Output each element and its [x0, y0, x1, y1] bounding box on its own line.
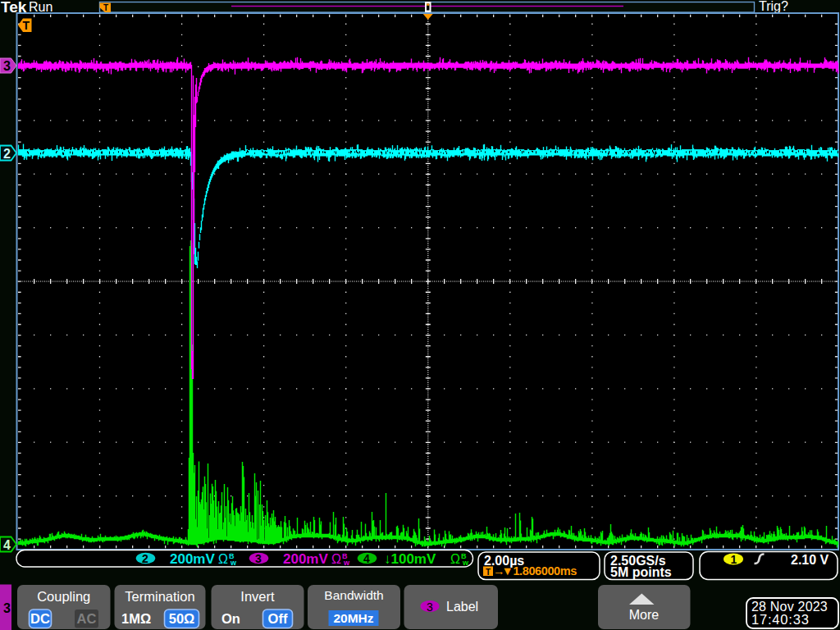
svg-text:Ω: Ω	[218, 552, 228, 566]
svg-text:Run: Run	[29, 0, 52, 14]
svg-text:DC: DC	[30, 611, 50, 626]
svg-text:T: T	[486, 568, 491, 577]
svg-text:On: On	[221, 611, 240, 626]
svg-text:Ω: Ω	[450, 552, 460, 566]
svg-text:More: More	[629, 608, 660, 622]
svg-text:Trig?: Trig?	[759, 0, 788, 13]
svg-text:3: 3	[427, 600, 433, 614]
svg-text:3: 3	[3, 601, 11, 615]
svg-text:20MHz: 20MHz	[333, 611, 373, 625]
svg-text:w: w	[230, 559, 237, 567]
svg-text:Bandwidth: Bandwidth	[324, 588, 383, 602]
svg-text:2: 2	[142, 552, 148, 565]
svg-text:2: 2	[3, 147, 11, 161]
svg-text:Off: Off	[268, 611, 288, 626]
svg-text:1: 1	[731, 553, 737, 566]
svg-text:17:40:33: 17:40:33	[751, 612, 810, 627]
svg-text:Coupling: Coupling	[37, 589, 90, 604]
svg-text:AC: AC	[77, 611, 97, 626]
svg-text:Invert: Invert	[240, 589, 275, 604]
svg-text:2.10 V: 2.10 V	[791, 553, 829, 567]
svg-text:T: T	[23, 19, 30, 32]
svg-text:↓100mV: ↓100mV	[384, 551, 436, 567]
svg-text:4: 4	[3, 538, 11, 552]
svg-text:4: 4	[363, 552, 370, 565]
svg-text:200mV: 200mV	[283, 551, 328, 567]
svg-text:w: w	[343, 559, 350, 567]
svg-text:28 Nov 2023: 28 Nov 2023	[751, 600, 828, 614]
svg-text:Ω: Ω	[331, 552, 341, 566]
svg-text:5M points: 5M points	[610, 565, 672, 579]
svg-text:T: T	[103, 3, 108, 12]
svg-text:w: w	[462, 559, 469, 567]
svg-text:Termination: Termination	[125, 589, 194, 604]
svg-text:200mV: 200mV	[170, 551, 215, 567]
svg-text:3: 3	[255, 552, 262, 565]
svg-text:1MΩ: 1MΩ	[121, 611, 151, 626]
svg-text:▼1.806000ms: ▼1.806000ms	[502, 564, 578, 578]
svg-text:50Ω: 50Ω	[169, 611, 195, 626]
svg-text:Label: Label	[446, 600, 478, 614]
svg-text:3: 3	[3, 59, 11, 73]
